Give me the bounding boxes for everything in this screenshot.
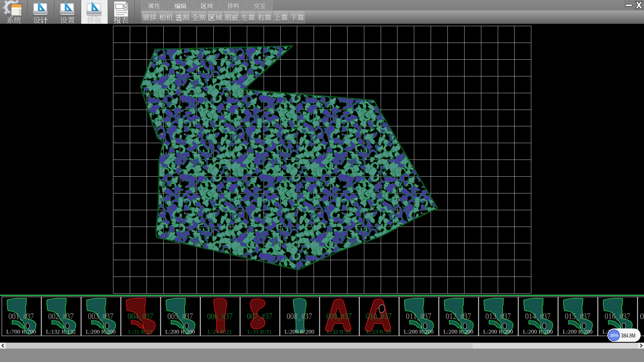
svg-text:L:33 R:33: L:33 R:33 bbox=[367, 329, 391, 335]
svg-text:L:200 R:200: L:200 R:200 bbox=[404, 329, 434, 335]
svg-text:011_#37: 011_#37 bbox=[406, 311, 431, 321]
svg-text:008_#37: 008_#37 bbox=[287, 311, 312, 321]
svg-text:0: 0 bbox=[640, 311, 644, 321]
svg-text:38%: 38% bbox=[610, 333, 619, 338]
svg-text:L:31 R:31: L:31 R:31 bbox=[128, 329, 153, 335]
svg-text:L:31 R:31: L:31 R:31 bbox=[248, 329, 272, 335]
svg-text:004_#37: 004_#37 bbox=[128, 311, 153, 321]
svg-text:012_#37: 012_#37 bbox=[446, 311, 471, 321]
svg-text:016_#37: 016_#37 bbox=[605, 311, 630, 321]
svg-text:002_#37: 002_#37 bbox=[48, 311, 74, 321]
svg-text:L:200 R:200: L:200 R:200 bbox=[523, 329, 553, 335]
svg-text:L:200 R:200: L:200 R:200 bbox=[483, 329, 513, 335]
svg-text:L:200 R:200: L:200 R:200 bbox=[165, 329, 195, 335]
svg-text:009_#37: 009_#37 bbox=[326, 311, 352, 321]
svg-text:L:200 R:200: L:200 R:200 bbox=[86, 329, 116, 335]
svg-text:384.8M: 384.8M bbox=[621, 333, 636, 339]
svg-text:005_#37: 005_#37 bbox=[167, 311, 193, 321]
svg-text:010_#37: 010_#37 bbox=[366, 311, 392, 321]
svg-text:L:132 R:132: L:132 R:132 bbox=[46, 329, 76, 335]
svg-text:L:21 R:21: L:21 R:21 bbox=[208, 329, 232, 335]
svg-text:L:200 R:200: L:200 R:200 bbox=[563, 329, 593, 335]
svg-text:L:700 R:700: L:700 R:700 bbox=[6, 329, 36, 335]
svg-text:L:200 R:200: L:200 R:200 bbox=[284, 329, 314, 335]
svg-text:015_#37: 015_#37 bbox=[565, 311, 590, 321]
svg-text:L:200 R:200: L:200 R:200 bbox=[443, 329, 473, 335]
svg-text:003_#37: 003_#37 bbox=[88, 311, 113, 321]
svg-text:006_#37: 006_#37 bbox=[207, 311, 233, 321]
svg-text:001_#37: 001_#37 bbox=[8, 311, 34, 321]
svg-text:014_#37: 014_#37 bbox=[525, 311, 551, 321]
svg-text:007_#37: 007_#37 bbox=[247, 311, 272, 321]
svg-text:L:32 R:31: L:32 R:31 bbox=[327, 329, 352, 335]
svg-text:013_#37: 013_#37 bbox=[485, 311, 511, 321]
